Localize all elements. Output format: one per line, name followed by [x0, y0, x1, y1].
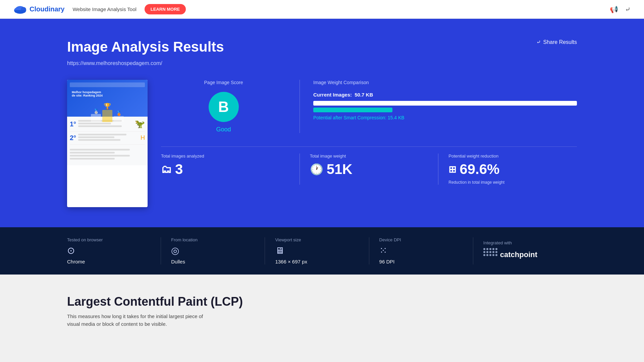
- dot: [483, 254, 485, 256]
- metrics-top: Page Image Score B Good Image Weight Com…: [161, 80, 577, 133]
- dot: [495, 254, 497, 256]
- catchpoint-logo: catchpoint: [483, 248, 567, 261]
- dot: [492, 251, 494, 253]
- catchpoint-name: catchpoint: [500, 250, 537, 259]
- header-subtitle: Website Image Analysis Tool: [72, 6, 136, 12]
- metrics-panel: Page Image Score B Good Image Weight Com…: [161, 80, 577, 185]
- share-icon-2: ⤶: [536, 39, 541, 45]
- reduction-sub: Reduction in total image weight: [448, 180, 567, 185]
- hero-section: Image Analysis Results https://www.melho…: [0, 19, 644, 227]
- viewport-label: Viewport size: [275, 237, 359, 242]
- total-images-metric: Total images analyzed 🗂 3: [161, 154, 300, 185]
- reduction-label: Potential weight reduction: [448, 154, 567, 159]
- header-right: 📢 ⤶: [610, 5, 631, 13]
- header: Cloudinary Website Image Analysis Tool L…: [0, 0, 644, 19]
- preview-line: [78, 123, 111, 124]
- reduction-icon: ⊞: [448, 164, 456, 175]
- weight-icon: 🕐: [310, 163, 323, 176]
- dot: [486, 251, 488, 253]
- full-weight-bar: [313, 101, 577, 106]
- dpi-label: Device DPI: [379, 237, 463, 242]
- weight-section: Image Weight Comparison Current Images: …: [300, 80, 577, 133]
- preview-lines-2: [78, 134, 139, 142]
- location-value: Dulles: [171, 259, 255, 264]
- dot: [486, 248, 488, 250]
- images-icon: 🗂: [161, 163, 172, 176]
- preview-title-text: Melhor hospedagemde site: Ranking 2024: [70, 89, 145, 99]
- total-images-value: 🗂 3: [161, 161, 289, 177]
- preview-line: [78, 139, 120, 141]
- viewport-value: 1366 × 697 px: [275, 259, 359, 264]
- score-letter: B: [218, 99, 229, 115]
- score-section: Page Image Score B Good: [161, 80, 300, 133]
- megaphone-icon[interactable]: 📢: [610, 5, 618, 13]
- podium-3: 🥉: [114, 111, 124, 122]
- analyzed-url: https://www.melhoreshospedagem.com/: [67, 60, 577, 66]
- lcp-title: Largest Contentful Paint (LCP): [67, 295, 577, 309]
- header-left: Cloudinary Website Image Analysis Tool L…: [13, 4, 186, 14]
- dot: [483, 251, 485, 253]
- dot: [492, 248, 494, 250]
- potential-label: Potential after Smart Compression: 15.4 …: [313, 115, 577, 120]
- share-results-button[interactable]: ⤶ Share Results: [536, 39, 577, 45]
- podium-2: 🥈: [91, 109, 101, 122]
- location-info: From location ◎ Dulles: [161, 237, 265, 264]
- preview-line: [78, 134, 126, 135]
- preview-line: [78, 125, 122, 127]
- dpi-info: Device DPI ⁙ 96 DPI: [369, 237, 473, 264]
- cloudinary-logo: Cloudinary: [13, 4, 64, 14]
- info-bar: Tested on browser ⊙ Chrome From location…: [0, 227, 644, 275]
- viewport-icon: 🖥: [275, 245, 359, 256]
- dpi-value: 96 DPI: [379, 259, 463, 264]
- preview-nav-bar: [70, 82, 145, 87]
- integrated-label: Integrated with: [483, 240, 567, 245]
- total-weight-value: 🕐 51K: [310, 161, 428, 177]
- viewport-info: Viewport size 🖥 1366 × 697 px: [265, 237, 369, 264]
- score-word: Good: [161, 126, 286, 133]
- dot: [489, 254, 491, 256]
- score-circle: B: [209, 92, 239, 122]
- score-label: Page Image Score: [161, 80, 286, 85]
- learn-more-button[interactable]: LEARN MORE: [145, 4, 186, 14]
- chrome-icon: ⊙: [67, 245, 151, 256]
- catchpoint-icon: [483, 248, 497, 261]
- browser-info: Tested on browser ⊙ Chrome: [67, 237, 161, 264]
- dot: [489, 248, 491, 250]
- dot: [489, 251, 491, 253]
- preview-line: [78, 136, 114, 138]
- hero-content: Melhor hospedagemde site: Ranking 2024 🥈…: [67, 80, 577, 207]
- divider: [70, 131, 145, 132]
- preview-line: [70, 152, 115, 154]
- weight-label: Image Weight Comparison: [313, 80, 577, 85]
- podium-1: 🏆: [102, 103, 112, 122]
- preview-rank-2: 2°: [70, 134, 76, 142]
- logo-text: Cloudinary: [30, 5, 64, 13]
- reduction-value: ⊞ 69.6%: [448, 161, 567, 177]
- location-label: From location: [171, 237, 255, 242]
- share-icon[interactable]: ⤶: [625, 5, 631, 13]
- lcp-section: Largest Contentful Paint (LCP) This meas…: [0, 275, 644, 348]
- total-weight-label: Total image weight: [310, 154, 428, 159]
- preview-trophy-area: 🥈 🏆 🥉: [70, 99, 145, 122]
- preview-line: [70, 158, 115, 160]
- page-title: Image Analysis Results: [67, 39, 577, 55]
- svg-rect-4: [15, 10, 25, 13]
- preview-line: [70, 155, 130, 157]
- preview-row-2: 2° H: [70, 134, 145, 142]
- dot: [492, 254, 494, 256]
- divider: [70, 144, 145, 145]
- browser-value: Chrome: [67, 259, 151, 264]
- preview-header: Melhor hospedagemde site: Ranking 2024 🥈…: [67, 80, 148, 117]
- current-images-label: Current Images: 50.7 KB: [313, 92, 577, 98]
- preview-row-3: [70, 147, 145, 163]
- lcp-description: This measures how long it takes for the …: [67, 313, 208, 328]
- cloudinary-logo-icon: [13, 4, 27, 14]
- dot: [495, 248, 497, 250]
- catchpoint-info: Integrated with catchpoint: [473, 240, 577, 261]
- total-images-label: Total images analyzed: [161, 154, 289, 159]
- location-icon: ◎: [171, 245, 255, 256]
- preview-body: 1° 🦖 2° H: [67, 117, 148, 165]
- website-preview: Melhor hospedagemde site: Ranking 2024 🥈…: [67, 80, 148, 207]
- preview-line: [70, 149, 130, 150]
- reduction-metric: Potential weight reduction ⊞ 69.6% Reduc…: [438, 154, 577, 185]
